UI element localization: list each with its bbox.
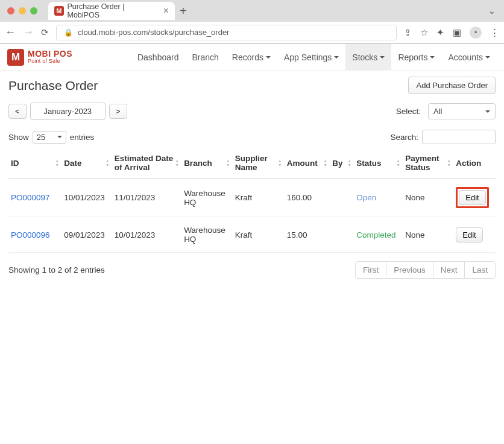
cell-branch: Warehouse HQ	[181, 217, 233, 253]
nav-dashboard[interactable]: Dashboard	[131, 44, 186, 71]
status-badge: Open	[356, 193, 376, 202]
col-branch[interactable]: Branch▲▼	[181, 148, 233, 179]
edit-button[interactable]: Edit	[459, 190, 485, 205]
pager-prev[interactable]: Previous	[386, 262, 433, 278]
select-filter[interactable]: All	[428, 103, 496, 119]
select-value: All	[433, 107, 442, 116]
table-row: PO00009609/01/202310/01/2023Warehouse HQ…	[8, 217, 496, 253]
search-input[interactable]	[422, 130, 496, 144]
cell-by	[330, 179, 354, 217]
minimize-window-icon[interactable]	[19, 7, 26, 14]
profile-avatar-icon[interactable]: •	[470, 27, 482, 39]
pager: First Previous Next Last	[355, 261, 496, 279]
close-tab-icon[interactable]: ×	[163, 5, 169, 16]
sort-icon: ▲▼	[55, 159, 59, 167]
cell-by	[330, 217, 354, 253]
col-id[interactable]: ID▲▼	[8, 148, 61, 179]
maximize-window-icon[interactable]	[30, 7, 37, 14]
nav-reports[interactable]: Reports	[391, 44, 441, 71]
purchase-order-table: ID▲▼ Date▲▼ Estimated Date of Arrival▲▼ …	[8, 148, 496, 253]
new-tab-icon[interactable]: +	[180, 4, 187, 18]
browser-toolbar-icons: ⇪ ☆ ✦ ▣ • ⋮	[404, 27, 499, 39]
nav-branch[interactable]: Branch	[185, 44, 225, 71]
logo-icon: M	[7, 49, 24, 66]
col-by[interactable]: By▲▼	[330, 148, 354, 179]
reload-icon[interactable]: ⟳	[41, 27, 49, 38]
close-window-icon[interactable]	[7, 7, 14, 14]
sort-icon: ▲▼	[106, 159, 110, 167]
col-date[interactable]: Date▲▼	[61, 148, 112, 179]
col-status[interactable]: Status▲▼	[354, 148, 403, 179]
cell-payment-status: None	[403, 217, 453, 253]
po-id-link[interactable]: PO000096	[11, 230, 50, 239]
forward-icon[interactable]: →	[23, 26, 34, 39]
cell-payment-status: None	[403, 179, 453, 217]
cell-supplier: Kraft	[233, 217, 285, 253]
url-field[interactable]: 🔒 cloud.mobi-pos.com/stocks/purchase_ord…	[56, 25, 397, 40]
po-id-link[interactable]: PO000097	[11, 193, 50, 202]
nav-stocks[interactable]: Stocks	[345, 44, 391, 71]
logo-line1: MOBI POS	[28, 49, 72, 59]
sort-icon: ▲▼	[226, 159, 230, 167]
col-eta[interactable]: Estimated Date of Arrival▲▼	[112, 148, 181, 179]
tab-bar: M Purchase Order | MobiPOS × + ⌄	[0, 0, 504, 22]
cell-date: 09/01/2023	[61, 217, 112, 253]
cell-branch: Warehouse HQ	[181, 179, 233, 217]
chevron-down-icon	[380, 56, 385, 59]
sort-icon: ▲▼	[278, 159, 282, 167]
panel-icon[interactable]: ▣	[453, 27, 461, 38]
pager-last[interactable]: Last	[464, 262, 495, 278]
cell-amount: 160.00	[285, 179, 330, 217]
extensions-icon[interactable]: ✦	[436, 27, 444, 38]
month-display: January-2023	[30, 103, 106, 120]
tabs-overflow-icon[interactable]: ⌄	[488, 6, 499, 16]
page-length-select[interactable]: 25	[33, 131, 66, 144]
cell-eta: 11/01/2023	[112, 179, 181, 217]
sort-icon: ▲▼	[175, 159, 179, 167]
cell-eta: 10/01/2023	[112, 217, 181, 253]
logo-line2: Point of Sale	[28, 59, 72, 64]
pager-next[interactable]: Next	[433, 262, 465, 278]
nav-app-settings[interactable]: App Settings	[277, 44, 345, 71]
share-icon[interactable]: ⇪	[404, 27, 412, 38]
show-label: Show	[8, 133, 29, 142]
lock-icon: 🔒	[64, 28, 73, 37]
app-header: M MOBI POS Point of Sale Dashboard Branc…	[0, 44, 504, 71]
browser-tab[interactable]: M Purchase Order | MobiPOS ×	[48, 2, 175, 20]
nav-accounts[interactable]: Accounts	[441, 44, 497, 71]
col-supplier[interactable]: Supplier Name▲▼	[233, 148, 285, 179]
chevron-down-icon	[266, 56, 271, 59]
edit-button[interactable]: Edit	[456, 227, 482, 243]
sort-icon: ▲▼	[323, 159, 327, 167]
logo[interactable]: M MOBI POS Point of Sale	[7, 49, 72, 66]
chevron-down-icon	[485, 110, 490, 113]
col-amount[interactable]: Amount▲▼	[285, 148, 330, 179]
table-row: PO00009710/01/202311/01/2023Warehouse HQ…	[8, 179, 496, 217]
pager-first[interactable]: First	[356, 262, 386, 278]
nav-records[interactable]: Records	[225, 44, 277, 71]
cell-action: Edit	[453, 179, 496, 217]
window-controls[interactable]	[5, 7, 43, 14]
page-body: Purchase Order Add Purchase Order < Janu…	[0, 71, 504, 285]
col-payment-status[interactable]: Payment Status▲▼	[403, 148, 453, 179]
chevron-down-icon	[57, 136, 62, 138]
cell-date: 10/01/2023	[61, 179, 112, 217]
table-info: Showing 1 to 2 of 2 entries	[8, 265, 105, 274]
page-length-value: 25	[37, 133, 45, 142]
prev-month-button[interactable]: <	[8, 104, 27, 119]
tab-title: Purchase Order | MobiPOS	[68, 2, 156, 19]
next-month-button[interactable]: >	[109, 104, 127, 119]
entries-label: entries	[70, 133, 95, 142]
chevron-down-icon	[430, 56, 435, 59]
search-label: Search:	[390, 133, 418, 142]
back-icon[interactable]: ←	[5, 26, 16, 39]
page-title: Purchase Order	[8, 78, 98, 93]
sort-icon: ▲▼	[347, 159, 351, 167]
add-purchase-order-button[interactable]: Add Purchase Order	[408, 77, 496, 94]
cell-amount: 15.00	[285, 217, 330, 253]
bookmark-icon[interactable]: ☆	[420, 27, 428, 38]
main-nav: Dashboard Branch Records App Settings St…	[131, 44, 497, 71]
select-label: Select:	[396, 107, 421, 116]
more-icon[interactable]: ⋮	[490, 27, 499, 38]
chevron-down-icon	[485, 56, 490, 59]
